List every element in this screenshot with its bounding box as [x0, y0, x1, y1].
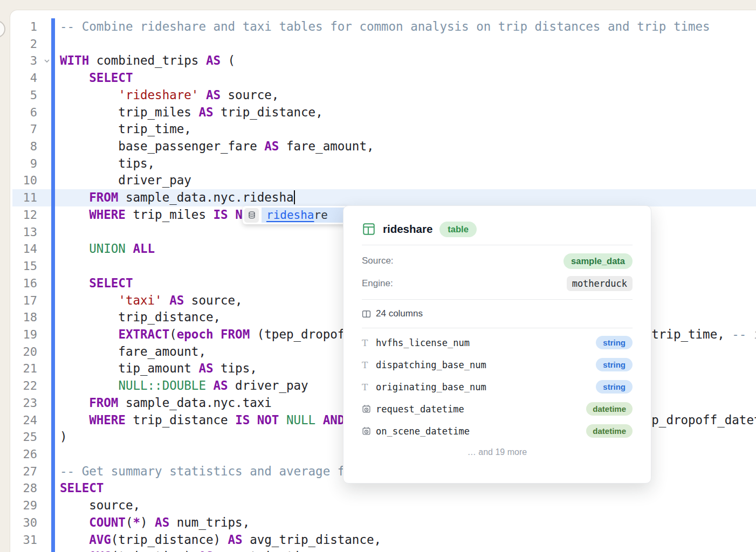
line-number: 8: [10, 138, 37, 155]
code-line[interactable]: driver_pay: [60, 172, 756, 189]
line-number: 29: [10, 497, 37, 514]
line-number: 30: [10, 514, 37, 532]
line-number: 28: [10, 480, 37, 497]
column-row: Tdispatching_base_numstring: [362, 354, 633, 376]
code-line[interactable]: WITH combined_trips AS (: [60, 52, 756, 70]
column-row: request_datetimedatetime: [362, 398, 633, 420]
line-number: 16: [10, 275, 37, 292]
line-number: 23: [10, 395, 37, 412]
column-list: Thvfhs_license_numstringTdispatching_bas…: [362, 328, 633, 442]
column-name: dispatching_base_num: [376, 360, 596, 370]
column-type-badge: datetime: [586, 402, 633, 416]
line-number: 20: [10, 343, 37, 361]
line-number-gutter: 1234567891011121314151617181920212223242…: [10, 18, 37, 552]
code-line[interactable]: 'rideshare' AS source,: [60, 87, 756, 104]
column-type-badge: datetime: [586, 424, 633, 438]
line-number: 5: [10, 87, 37, 104]
datetime-icon: [362, 404, 371, 413]
text-cursor: [294, 190, 295, 204]
code-line[interactable]: -- Combine rideshare and taxi tables for…: [60, 18, 756, 36]
line-number: 7: [10, 121, 37, 138]
code-line[interactable]: source,: [60, 497, 756, 514]
line-number: 18: [10, 309, 37, 326]
fold-chevron-icon[interactable]: [42, 52, 52, 70]
text-type-icon: T: [362, 360, 368, 370]
column-name: originating_base_num: [376, 382, 596, 392]
columns-icon: [362, 309, 371, 319]
line-number: 15: [10, 258, 37, 275]
table-icon: [362, 222, 376, 236]
line-number: 1: [10, 18, 37, 36]
line-number: 31: [10, 532, 37, 549]
line-number: 6: [10, 104, 37, 121]
column-row: on_scene_datetimedatetime: [362, 420, 633, 442]
line-number: 25: [10, 429, 37, 446]
columns-count-text: 24 columns: [376, 308, 423, 319]
line-number: 11: [10, 189, 37, 206]
column-type-badge: string: [596, 358, 633, 371]
autocomplete-rest-text: re: [314, 209, 328, 222]
line-number: 17: [10, 292, 37, 309]
column-row: Toriginating_base_numstring: [362, 376, 633, 398]
text-type-icon: T: [362, 337, 368, 348]
code-line[interactable]: AVG(trip_time) AS avg_trip_time,: [60, 548, 756, 552]
autocomplete-item-rideshare[interactable]: rideshare: [262, 208, 348, 223]
line-number: 9: [10, 155, 37, 172]
line-number: 3: [10, 52, 37, 70]
line-number: 14: [10, 240, 37, 258]
code-line[interactable]: trip_miles AS trip_distance,: [60, 104, 756, 121]
object-type-badge: table: [439, 222, 477, 237]
column-name: hvfhs_license_num: [376, 337, 596, 348]
table-card-header: rideshare table: [362, 213, 633, 245]
database-icon: [244, 208, 259, 223]
engine-row: Engine: motherduck: [362, 272, 633, 295]
code-line[interactable]: tips,: [60, 155, 756, 172]
column-name: on_scene_datetime: [376, 426, 586, 437]
code-line[interactable]: [60, 36, 756, 53]
source-row: Source: sample_data: [362, 250, 633, 272]
line-number: 12: [10, 206, 37, 224]
line-number: 26: [10, 446, 37, 463]
column-type-badge: string: [596, 336, 633, 349]
more-columns-text: … and 19 more: [362, 447, 633, 457]
column-name: request_datetime: [376, 404, 586, 415]
text-type-icon: T: [362, 382, 368, 392]
line-number: 2: [10, 36, 37, 53]
line-number: 22: [10, 377, 37, 395]
code-line[interactable]: SELECT: [60, 70, 756, 87]
edge-partial-button[interactable]: [0, 20, 5, 38]
source-badge: sample_data: [563, 253, 633, 269]
line-number: 19: [10, 326, 37, 343]
code-line[interactable]: FROM sample_data.nyc.ridesha: [60, 189, 756, 206]
autocomplete-match-text: ridesha: [266, 209, 314, 222]
line-number: 21: [10, 360, 37, 377]
column-row: Thvfhs_license_numstring: [362, 332, 633, 354]
column-type-badge: string: [596, 380, 633, 394]
table-name: rideshare: [383, 223, 432, 236]
statement-accent-bar: [51, 18, 55, 552]
line-number: 27: [10, 463, 37, 480]
line-number: 32: [10, 548, 37, 552]
autocomplete-dropdown: rideshare: [243, 206, 349, 224]
table-info-card: rideshare table Source: sample_data Engi…: [343, 205, 651, 484]
line-number: 24: [10, 412, 37, 429]
code-line[interactable]: base_passenger_fare AS fare_amount,: [60, 138, 756, 155]
line-number: 4: [10, 70, 37, 87]
engine-badge: motherduck: [567, 276, 633, 291]
code-line[interactable]: COUNT(*) AS num_trips,: [60, 514, 756, 532]
line-number: 10: [10, 172, 37, 189]
source-label: Source:: [362, 256, 394, 266]
code-line[interactable]: trip_time,: [60, 121, 756, 138]
columns-summary: 24 columns: [362, 300, 633, 328]
code-line[interactable]: AVG(trip_distance) AS avg_trip_distance,: [60, 532, 756, 549]
line-number: 13: [10, 224, 37, 241]
datetime-icon: [362, 426, 371, 436]
engine-label: Engine:: [362, 278, 393, 289]
